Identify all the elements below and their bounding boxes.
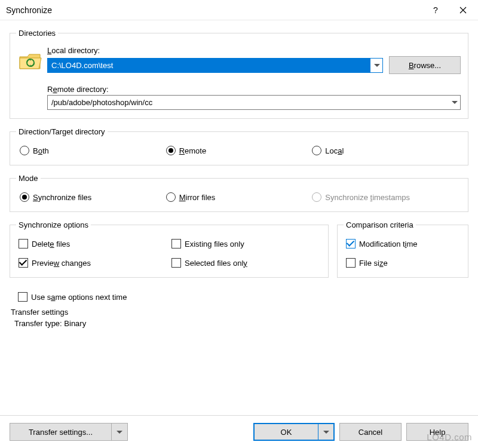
remote-directory-label: Remote directory: bbox=[47, 85, 461, 94]
checkbox-icon bbox=[171, 258, 181, 268]
checkbox-icon bbox=[19, 258, 28, 268]
group-mode: Mode Synchronize files Mirror files Sync… bbox=[10, 174, 468, 212]
group-directories: Directories Local directory: bbox=[10, 29, 468, 119]
chevron-down-icon[interactable] bbox=[370, 59, 382, 72]
radio-icon bbox=[20, 146, 29, 155]
radio-icon bbox=[312, 146, 321, 155]
radio-local-label: Local bbox=[325, 146, 344, 155]
group-criteria-legend: Comparison criteria bbox=[344, 220, 416, 229]
radio-icon bbox=[20, 192, 29, 202]
chevron-down-icon[interactable] bbox=[318, 423, 335, 441]
checkbox-icon bbox=[346, 239, 356, 248]
radio-mirror-label: Mirror files bbox=[179, 193, 216, 202]
check-selected-label: Selected files only bbox=[185, 259, 247, 268]
group-sync-options: Synchronize options Delete files Existin… bbox=[10, 220, 329, 278]
radio-icon bbox=[312, 192, 321, 202]
cancel-button[interactable]: Cancel bbox=[339, 423, 402, 441]
check-file-size[interactable]: File size bbox=[346, 258, 459, 268]
radio-both-label: Both bbox=[33, 146, 49, 155]
check-existing-only[interactable]: Existing files only bbox=[171, 239, 320, 248]
group-sync-options-legend: Synchronize options bbox=[16, 220, 91, 229]
radio-local[interactable]: Local bbox=[312, 146, 458, 155]
local-directory-label: Local directory: bbox=[47, 46, 461, 55]
transfer-heading: Transfer settings bbox=[11, 308, 468, 317]
ok-button[interactable]: OK bbox=[253, 423, 335, 441]
checkbox-icon bbox=[19, 239, 28, 248]
help-button[interactable]: Help bbox=[406, 423, 468, 441]
radio-icon bbox=[166, 192, 176, 202]
dialog-content: Directories Local directory: bbox=[0, 20, 478, 335]
titlebar: Synchronize ? bbox=[0, 0, 478, 20]
check-selected-only[interactable]: Selected files only bbox=[171, 258, 320, 268]
check-size-label: File size bbox=[359, 259, 388, 268]
chevron-down-icon[interactable] bbox=[111, 423, 128, 441]
help-icon[interactable]: ? bbox=[422, 1, 449, 20]
radio-remote[interactable]: Remote bbox=[166, 146, 312, 155]
group-comparison-criteria: Comparison criteria Modification time Fi… bbox=[337, 220, 468, 278]
check-preview-changes[interactable]: Preview changes bbox=[19, 258, 167, 268]
check-delete-files[interactable]: Delete files bbox=[19, 239, 167, 248]
check-modification-time[interactable]: Modification time bbox=[346, 239, 459, 248]
close-icon[interactable] bbox=[449, 1, 477, 20]
check-mtime-label: Modification time bbox=[359, 240, 418, 248]
radio-icon bbox=[166, 146, 176, 155]
window-title: Synchronize bbox=[6, 5, 422, 15]
group-directories-legend: Directories bbox=[16, 29, 58, 38]
group-direction-legend: Direction/Target directory bbox=[16, 127, 108, 136]
remote-directory-input[interactable] bbox=[48, 96, 448, 109]
radio-mirror-files[interactable]: Mirror files bbox=[166, 192, 312, 202]
check-existing-label: Existing files only bbox=[185, 240, 244, 248]
radio-sync-files[interactable]: Synchronize files bbox=[20, 192, 166, 202]
check-same-options[interactable]: Use same options next time bbox=[18, 292, 468, 302]
button-bar: Transfer settings... OK Cancel Help bbox=[0, 415, 478, 448]
radio-timestamps-label: Synchronize timestamps bbox=[325, 193, 410, 202]
transfer-settings-main[interactable]: Transfer settings... bbox=[10, 423, 111, 441]
chevron-down-icon[interactable] bbox=[448, 96, 460, 109]
transfer-type-line: Transfer type: Binary bbox=[14, 319, 468, 328]
check-delete-label: Delete files bbox=[32, 240, 70, 248]
group-direction: Direction/Target directory Both Remote L… bbox=[10, 127, 468, 165]
checkbox-icon bbox=[346, 258, 356, 268]
group-mode-legend: Mode bbox=[16, 174, 41, 183]
browse-button[interactable]: Browse... bbox=[389, 56, 461, 74]
radio-sync-timestamps: Synchronize timestamps bbox=[312, 192, 458, 202]
ok-main[interactable]: OK bbox=[253, 423, 318, 441]
radio-remote-label: Remote bbox=[179, 146, 207, 155]
transfer-settings-button[interactable]: Transfer settings... bbox=[10, 423, 128, 441]
local-directory-input[interactable] bbox=[48, 59, 370, 72]
radio-sync-label: Synchronize files bbox=[33, 193, 91, 202]
check-same-options-label: Use same options next time bbox=[31, 293, 127, 302]
check-preview-label: Preview changes bbox=[32, 259, 91, 268]
checkbox-icon bbox=[18, 292, 27, 302]
local-directory-combo[interactable] bbox=[47, 58, 383, 73]
checkbox-icon bbox=[171, 239, 181, 248]
radio-both[interactable]: Both bbox=[20, 146, 166, 155]
folder-sync-icon bbox=[19, 52, 42, 72]
remote-directory-combo[interactable] bbox=[47, 95, 461, 110]
